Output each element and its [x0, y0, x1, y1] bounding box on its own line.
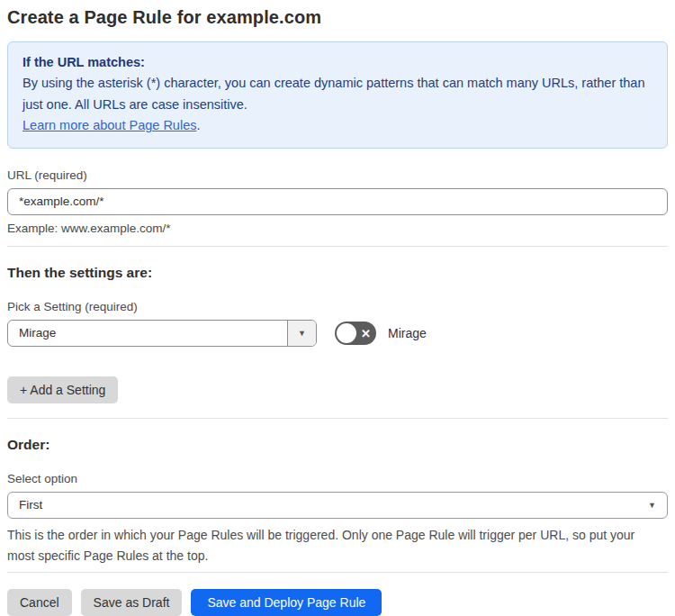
toggle-off-x-icon: ✕ [361, 327, 371, 339]
save-and-deploy-button[interactable]: Save and Deploy Page Rule [191, 589, 382, 616]
url-field-label: URL (required) [7, 168, 668, 182]
setting-row: Mirage ▼ ✕ Mirage [7, 320, 668, 347]
setting-select[interactable]: Mirage ▼ [7, 320, 317, 347]
learn-more-link[interactable]: Learn more about Page Rules [22, 118, 196, 132]
section-divider [7, 246, 668, 247]
url-match-info-box: If the URL matches: By using the asteris… [7, 41, 668, 149]
order-section-heading: Order: [7, 437, 668, 453]
order-select-value: First [19, 498, 42, 512]
link-suffix: . [196, 118, 200, 132]
mirage-toggle[interactable]: ✕ [335, 322, 376, 345]
chevron-down-icon: ▼ [648, 501, 656, 510]
section-divider [7, 418, 668, 419]
add-setting-button[interactable]: + Add a Setting [7, 376, 118, 403]
footer-actions: Cancel Save as Draft Save and Deploy Pag… [7, 589, 668, 616]
setting-select-value: Mirage [8, 321, 287, 346]
toggle-label: Mirage [388, 326, 427, 340]
info-box-heading: If the URL matches: [22, 52, 652, 73]
pick-setting-label: Pick a Setting (required) [7, 300, 668, 313]
cancel-button[interactable]: Cancel [7, 589, 72, 616]
toggle-knob [337, 323, 356, 343]
chevron-down-icon[interactable]: ▼ [287, 321, 316, 346]
info-box-body: By using the asterisk (*) character, you… [22, 73, 652, 115]
settings-section-heading: Then the settings are: [7, 265, 668, 281]
footer-divider [7, 572, 668, 573]
order-select[interactable]: First ▼ [7, 492, 668, 519]
info-box-link-line: Learn more about Page Rules. [22, 115, 652, 136]
url-field-helper: Example: www.example.com/* [7, 222, 668, 235]
page-title: Create a Page Rule for example.com [7, 7, 668, 28]
url-input[interactable] [7, 188, 668, 215]
save-as-draft-button[interactable]: Save as Draft [81, 589, 183, 616]
order-helper-text: This is the order in which your Page Rul… [7, 525, 659, 566]
order-select-label: Select option [7, 472, 668, 485]
